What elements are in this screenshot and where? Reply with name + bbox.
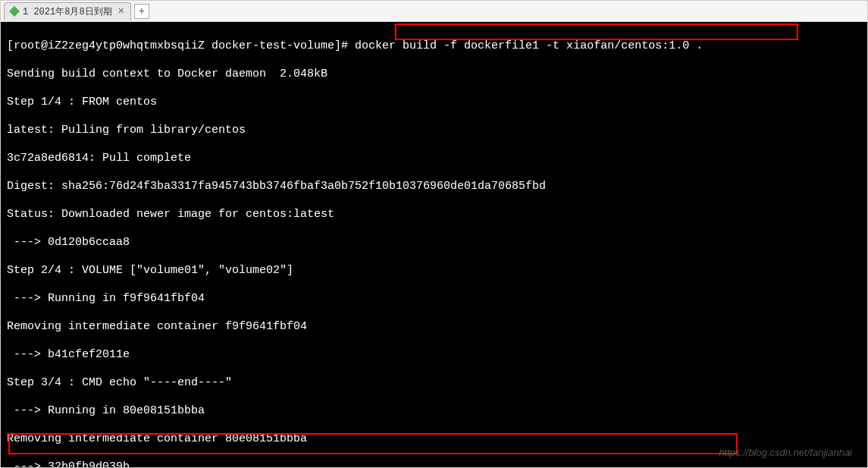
terminal-line: Status: Downloaded newer image for cento… [7, 208, 861, 222]
terminal-line: Digest: sha256:76d24f3ba3317fa945743bb37… [7, 180, 861, 194]
tab-bar: 1 2021年8月8日到期 × + [1, 1, 867, 22]
terminal-line: ---> Running in 80e08151bbba [7, 404, 861, 419]
tab-title: 1 2021年8月8日到期 [23, 5, 112, 18]
terminal-line: Sending build context to Docker daemon 2… [7, 68, 861, 82]
terminal-line: [root@iZ2zeg4ytp0whqtmxbsqiiZ docker-tes… [7, 39, 861, 54]
terminal-line: Removing intermediate container 80e08151… [7, 432, 861, 447]
watermark-text: https://blog.csdn.net/fanjianhai [719, 446, 852, 460]
terminal-line: ---> 0d120b6ccaa8 [7, 236, 861, 250]
terminal-line: Removing intermediate container f9f9641f… [7, 320, 861, 335]
terminal-line: latest: Pulling from library/centos [7, 124, 861, 138]
terminal-line: 3c72a8ed6814: Pull complete [7, 152, 861, 166]
command-text: docker build -f dockerfile1 -t xiaofan/c… [355, 39, 703, 52]
terminal-line: Step 3/4 : CMD echo "----end----" [7, 376, 861, 391]
terminal-line: ---> Running in f9f9641fbf04 [7, 292, 861, 306]
connection-status-icon [9, 6, 20, 17]
plus-icon: + [139, 5, 145, 17]
highlight-box [395, 24, 798, 40]
tab-active[interactable]: 1 2021年8月8日到期 × [4, 2, 131, 20]
terminal-line: ---> b41cfef2011e [7, 348, 861, 363]
terminal-line: Step 1/4 : FROM centos [7, 96, 861, 110]
terminal-content[interactable]: [root@iZ2zeg4ytp0whqtmxbsqiiZ docker-tes… [1, 22, 867, 467]
terminal-line: ---> 32b0fb9d039b [7, 460, 861, 468]
close-icon[interactable]: × [118, 5, 124, 17]
terminal-window: 1 2021年8月8日到期 × + [root@iZ2zeg4ytp0whqtm… [0, 0, 868, 468]
terminal-line: Step 2/4 : VOLUME ["volume01", "volume02… [7, 264, 861, 278]
add-tab-button[interactable]: + [134, 4, 149, 19]
shell-prompt: [root@iZ2zeg4ytp0whqtmxbsqiiZ docker-tes… [7, 39, 355, 52]
